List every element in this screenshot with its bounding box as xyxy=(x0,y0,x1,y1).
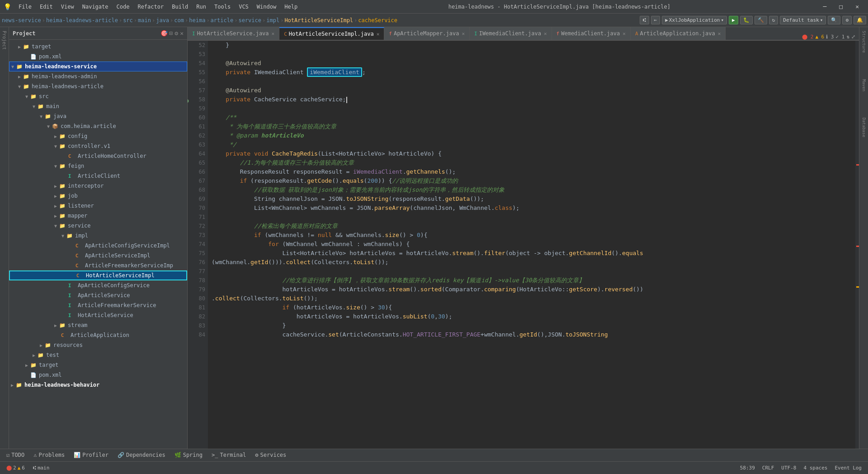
tree-item-articleapp[interactable]: C ArticleApplication xyxy=(9,330,187,340)
tab-iwemedia[interactable]: I IWemediaClient.java ✕ xyxy=(470,27,552,40)
menu-item-navigate[interactable]: Navigate xyxy=(79,3,112,11)
vcs-button[interactable]: ⑆ xyxy=(640,16,649,24)
debug-button[interactable]: 🐛 xyxy=(740,16,753,24)
tree-item-java[interactable]: ▼ 📁 java xyxy=(9,111,187,121)
bottom-tab-dependencies[interactable]: 🔗 Dependencies xyxy=(113,450,170,461)
tree-item-heima-behavior[interactable]: ▶ 📁 heima-leadnews-behavior xyxy=(9,380,187,390)
tab-close-icon[interactable]: ✕ xyxy=(272,31,275,37)
bottom-tab-profiler[interactable]: 📊 Profiler xyxy=(69,450,113,461)
menu-item-run[interactable]: Run xyxy=(193,3,210,11)
tree-item-apserviceimpl[interactable]: C ApArticleServiceImpl xyxy=(9,251,187,261)
menu-item-view[interactable]: View xyxy=(57,3,78,11)
collapse-all-icon[interactable]: ⊟ xyxy=(170,30,173,37)
expand-icon[interactable]: ⤢ xyxy=(851,34,855,40)
tree-item-apconfigservice[interactable]: I ApArticleConfigService xyxy=(9,280,187,290)
tree-item-articleclient[interactable]: I ArticleClient xyxy=(9,171,187,181)
bottom-tab-services[interactable]: ⚙ Services xyxy=(250,450,291,461)
tree-item-freemarkerimpl[interactable]: C ArticleFreemarkerServiceImp xyxy=(9,261,187,270)
status-crlf[interactable]: CRLF xyxy=(760,464,777,472)
tree-item-resources[interactable]: ▶ 📁 resources xyxy=(9,340,187,350)
maven-panel-icon[interactable]: Maven xyxy=(860,77,868,93)
tree-item-hotarticle-selected[interactable]: C HotArticleServiceImpl xyxy=(9,270,187,280)
breadcrumb-article[interactable]: heima-leadnews-article xyxy=(46,17,118,24)
tree-item-freemarkerservice[interactable]: I ArticleFreemarkerService xyxy=(9,300,187,310)
tree-item-package[interactable]: ▼ 📦 com.heima.article xyxy=(9,121,187,131)
code-content[interactable]: } @Autowired private IWemediaClient iWem… xyxy=(208,41,855,449)
breadcrumb-java[interactable]: java xyxy=(156,17,169,24)
breadcrumb-impl[interactable]: impl xyxy=(266,17,279,24)
menu-item-tools[interactable]: Tools xyxy=(211,3,234,11)
minimize-button[interactable]: ─ xyxy=(818,2,832,11)
menu-item-code[interactable]: Code xyxy=(113,3,133,11)
tree-item-test[interactable]: ▶ 📁 test xyxy=(9,350,187,360)
breadcrumb-cacheservice[interactable]: cacheService xyxy=(358,17,397,24)
close-sidebar-icon[interactable]: ✕ xyxy=(180,30,184,37)
sort-icon[interactable]: ⇅ xyxy=(846,34,849,40)
settings-icon[interactable]: ⚙ xyxy=(175,30,178,37)
tree-item-src[interactable]: ▼ 📁 src xyxy=(9,91,187,101)
breadcrumb-service[interactable]: service xyxy=(238,17,261,24)
tree-item-job[interactable]: ▶ 📁 job xyxy=(9,191,187,201)
tree-item-config[interactable]: ▶ 📁 config xyxy=(9,131,187,141)
task-dropdown[interactable]: Default task ▾ xyxy=(780,16,826,24)
tree-item-heima-service[interactable]: ▼ 📁 heima-leadnews-service xyxy=(9,62,187,71)
tree-item-controller[interactable]: ▼ 📁 controller.v1 xyxy=(9,141,187,151)
tree-item-mapper[interactable]: ▶ 📁 mapper xyxy=(9,211,187,221)
project-dropdown[interactable]: ▶ XxlJobApplication ▾ xyxy=(662,16,727,24)
menu-item-file[interactable]: File xyxy=(15,3,35,11)
tree-item-feign[interactable]: ▼ 📁 feign xyxy=(9,161,187,171)
tree-item-apconfigimpl[interactable]: C ApArticleConfigServiceImpl xyxy=(9,241,187,251)
tab-apmapper[interactable]: f ApArticleMapper.java ✕ xyxy=(384,27,470,40)
reload-button[interactable]: ↻ xyxy=(769,16,778,24)
breadcrumb-hotservice[interactable]: HotArticleServiceImpl xyxy=(284,17,353,24)
tab-close-icon[interactable]: ✕ xyxy=(462,31,465,37)
tree-item-pom2[interactable]: 📄 pom.xml xyxy=(9,370,187,380)
search-button[interactable]: 🔍 xyxy=(828,16,840,24)
tab-hotarticleservice[interactable]: I HotArticleService.java ✕ xyxy=(188,27,279,40)
tree-item-apservice[interactable]: I ApArticleService xyxy=(9,290,187,300)
database-panel-icon[interactable]: Database xyxy=(860,116,868,139)
status-problems[interactable]: ⬤ 2 ▲ 6 xyxy=(4,464,28,472)
breadcrumb-src[interactable]: src xyxy=(123,17,133,24)
menu-item-edit[interactable]: Edit xyxy=(36,3,57,11)
close-button[interactable]: ✕ xyxy=(850,2,864,11)
settings-button[interactable]: ⚙ xyxy=(842,16,852,24)
menu-item-build[interactable]: Build xyxy=(168,3,192,11)
status-git[interactable]: ⑆ main xyxy=(30,464,52,472)
tree-item-heima-article[interactable]: ▼ 📁 heima-leadnews-article xyxy=(9,81,187,91)
tree-item-heima-admin[interactable]: ▶ 📁 heima-leadnews-admin xyxy=(9,71,187,81)
tab-articleapp[interactable]: A ArticleApplication.java ✕ xyxy=(631,27,726,40)
tab-close-icon[interactable]: ✕ xyxy=(544,31,547,37)
locate-icon[interactable]: 🎯 xyxy=(160,30,168,37)
notifications-button[interactable]: 🔔 xyxy=(854,16,866,24)
tree-item-stream[interactable]: ▶ 📁 stream xyxy=(9,320,187,330)
status-eventlog[interactable]: Event Log xyxy=(832,464,864,472)
bottom-tab-terminal[interactable]: >_ Terminal xyxy=(207,450,250,461)
tab-close-icon[interactable]: ✕ xyxy=(377,31,380,37)
bottom-tab-problems[interactable]: ⚠ Problems xyxy=(29,450,69,461)
tree-item-interceptor[interactable]: ▶ 📁 interceptor xyxy=(9,181,187,191)
project-panel-icon[interactable]: Project xyxy=(2,29,7,52)
tree-item-main[interactable]: ▼ 📁 main xyxy=(9,101,187,111)
breadcrumb-news-service[interactable]: news-service xyxy=(2,17,41,24)
tree-item-listener[interactable]: ▶ 📁 listener xyxy=(9,201,187,211)
tree-item-target1[interactable]: ▶ 📁 target xyxy=(9,42,187,52)
status-encoding[interactable]: UTF-8 xyxy=(778,464,799,472)
status-line-col[interactable]: 58:39 xyxy=(737,464,758,472)
breadcrumb-com[interactable]: com xyxy=(174,17,184,24)
back-button[interactable]: ← xyxy=(651,16,660,24)
tree-item-service[interactable]: ▼ 📁 service xyxy=(9,221,187,231)
breadcrumb-main[interactable]: main xyxy=(138,17,151,24)
menu-item-refactor[interactable]: Refactor xyxy=(134,3,167,11)
structure-panel-icon[interactable]: Structure xyxy=(860,29,868,55)
breadcrumb-heima[interactable]: heima xyxy=(189,17,205,24)
bottom-tab-spring[interactable]: 🌿 Spring xyxy=(170,450,207,461)
bottom-tab-todo[interactable]: ☑ TODO xyxy=(2,450,29,461)
tab-close-icon[interactable]: ✕ xyxy=(623,31,626,37)
tree-item-pom1[interactable]: 📄 pom.xml xyxy=(9,52,187,62)
tree-item-hotservice[interactable]: I HotArticleService xyxy=(9,310,187,320)
menu-item-help[interactable]: Help xyxy=(281,3,301,11)
menu-item-window[interactable]: Window xyxy=(253,3,280,11)
tab-close-icon[interactable]: ✕ xyxy=(718,31,721,37)
build-button[interactable]: 🔨 xyxy=(755,16,767,24)
